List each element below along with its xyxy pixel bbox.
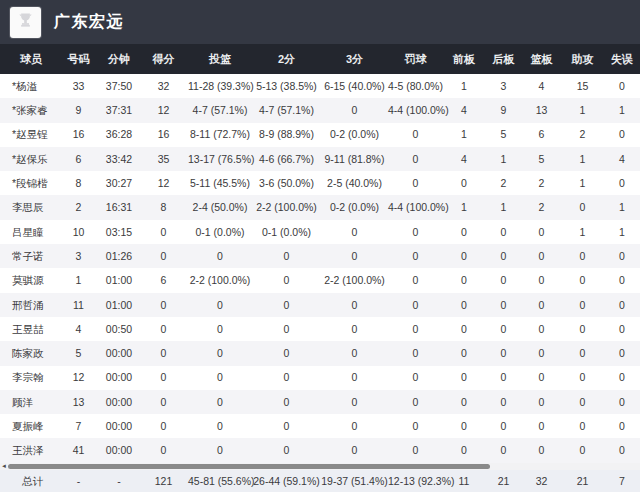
column-header-11: 助攻 — [561, 54, 604, 65]
stat-cell: 0 — [522, 372, 561, 383]
total-label: 总计 — [0, 476, 58, 487]
stat-cell: 01:26 — [99, 251, 139, 262]
stat-cell: 0 — [139, 397, 188, 408]
table-row: *杨溢3337:503211-28 (39.3%)5-13 (38.5%)6-1… — [0, 74, 640, 98]
stat-cell: 10 — [58, 227, 99, 238]
column-header-5: 2分 — [252, 54, 321, 65]
total-cell: 21 — [485, 476, 522, 487]
stat-cell: 11-28 (39.3%) — [188, 81, 252, 92]
total-cell: - — [58, 476, 99, 487]
stat-cell: 0 — [485, 445, 522, 456]
horizontal-scrollbar[interactable]: ◄ — [0, 463, 640, 470]
stat-cell: 0 — [139, 324, 188, 335]
stat-cell: 0 — [188, 397, 252, 408]
stat-cell: 1 — [443, 81, 485, 92]
stat-cell: 0 — [561, 324, 604, 335]
player-name: 顾洋 — [0, 397, 58, 408]
stat-cell: 0 — [321, 421, 388, 432]
stat-cell: 0 — [188, 372, 252, 383]
stat-cell: 0 — [604, 178, 640, 189]
stat-cell: 0-1 (0.0%) — [188, 227, 252, 238]
stat-cell: 0 — [321, 251, 388, 262]
stat-cell: 0 — [522, 421, 561, 432]
stat-cell: 2 — [522, 202, 561, 213]
stat-cell: 0 — [188, 251, 252, 262]
stat-cell: 0 — [321, 324, 388, 335]
table-row: 李思辰216:3182-4 (50.0%)2-2 (100.0%)0-2 (0.… — [0, 195, 640, 219]
page-title: 广东宏远 — [54, 12, 124, 33]
stat-cell: 0 — [388, 300, 443, 311]
stat-cell: 0 — [139, 227, 188, 238]
stat-cell: 0 — [321, 227, 388, 238]
stat-cell: 0 — [443, 178, 485, 189]
stat-cell: 0 — [604, 421, 640, 432]
stat-cell: 0 — [485, 227, 522, 238]
stat-cell: 4-6 (66.7%) — [252, 154, 321, 165]
stat-cell: 32 — [139, 81, 188, 92]
player-name: *张家睿 — [0, 105, 58, 116]
stat-cell: 0 — [561, 445, 604, 456]
trophy-emblem-icon — [15, 10, 36, 35]
stat-cell: 37:50 — [99, 81, 139, 92]
stat-cell: 0 — [485, 324, 522, 335]
stat-cell: 0 — [321, 397, 388, 408]
scrollbar-thumb[interactable] — [8, 464, 490, 469]
table-header: 球员号码分钟得分投篮2分3分罚球前板后板篮板助攻失误 — [0, 44, 640, 74]
stat-cell: 5 — [485, 129, 522, 140]
stat-cell: 0 — [561, 372, 604, 383]
scroll-left-arrow-icon[interactable]: ◄ — [1, 463, 7, 470]
stat-cell: 0 — [561, 421, 604, 432]
stat-cell: 2 — [522, 178, 561, 189]
stat-cell: 0 — [443, 372, 485, 383]
stat-cell: 00:50 — [99, 324, 139, 335]
player-name: 莫骐源 — [0, 275, 58, 286]
total-row: 总计--12145-81 (55.6%)26-44 (59.1%)19-37 (… — [0, 470, 640, 492]
stat-cell: 0 — [604, 445, 640, 456]
stat-cell: 4 — [443, 154, 485, 165]
stat-cell: 16 — [58, 129, 99, 140]
stat-cell: 3 — [485, 81, 522, 92]
player-name: *杨溢 — [0, 81, 58, 92]
column-header-2: 分钟 — [99, 54, 139, 65]
stat-cell: 0 — [443, 300, 485, 311]
stat-cell: 0 — [485, 372, 522, 383]
stat-cell: 2-5 (40.0%) — [321, 178, 388, 189]
stat-cell: 0 — [252, 397, 321, 408]
stat-cell: 0-2 (0.0%) — [321, 129, 388, 140]
table-row: 莫骐源101:0062-2 (100.0%)02-2 (100.0%)00000… — [0, 268, 640, 292]
stat-cell: 0 — [604, 81, 640, 92]
stat-cell: 0 — [188, 445, 252, 456]
column-header-9: 后板 — [485, 54, 522, 65]
table-body: *杨溢3337:503211-28 (39.3%)5-13 (38.5%)6-1… — [0, 74, 640, 463]
total-cell: 11 — [443, 476, 485, 487]
stat-cell: 4 — [443, 105, 485, 116]
stat-cell: 0 — [522, 227, 561, 238]
player-name: 夏振峰 — [0, 421, 58, 432]
stat-cell: 0 — [139, 348, 188, 359]
stat-cell: 2 — [485, 178, 522, 189]
stat-cell: 1 — [443, 202, 485, 213]
column-header-10: 篮板 — [522, 54, 561, 65]
stat-cell: 0 — [443, 275, 485, 286]
stat-cell: 8-11 (72.7%) — [188, 129, 252, 140]
stat-cell: 5-11 (45.5%) — [188, 178, 252, 189]
stat-cell: 0 — [139, 251, 188, 262]
column-header-12: 失误 — [604, 54, 640, 65]
stat-cell: 1 — [443, 129, 485, 140]
stat-cell: 0 — [443, 397, 485, 408]
stat-cell: 0 — [252, 251, 321, 262]
stat-cell: 36:28 — [99, 129, 139, 140]
stat-cell: 0 — [139, 300, 188, 311]
stat-cell: 0 — [522, 300, 561, 311]
stat-cell: 16 — [139, 129, 188, 140]
stat-cell: 5-13 (38.5%) — [252, 81, 321, 92]
stat-cell: 1 — [561, 178, 604, 189]
stat-cell: 4-7 (57.1%) — [188, 105, 252, 116]
stat-cell: 00:00 — [99, 445, 139, 456]
stat-cell: 2 — [561, 129, 604, 140]
stat-cell: 0 — [252, 300, 321, 311]
stat-cell: 6 — [139, 275, 188, 286]
total-cell: 45-81 (55.6%) — [188, 476, 252, 487]
column-header-6: 3分 — [321, 54, 388, 65]
stat-cell: 0 — [188, 421, 252, 432]
